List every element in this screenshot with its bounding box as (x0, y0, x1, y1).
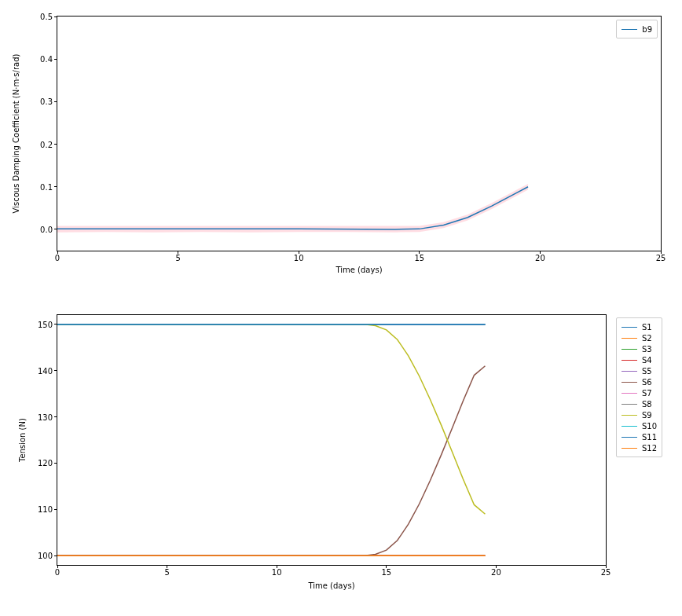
legend-entry-b9: b9 (622, 24, 652, 35)
ytick-label: 0.3 (40, 97, 53, 106)
ytick-mark (54, 463, 57, 464)
ytick-label: 0.4 (40, 55, 53, 64)
legend-label-S8: S8 (642, 400, 652, 409)
ytick-mark (54, 59, 57, 60)
legend-swatch-S11 (622, 437, 637, 438)
legend-swatch-S1 (622, 327, 637, 328)
xtick-label: 15 (414, 254, 424, 262)
legend-label-S2: S2 (642, 334, 652, 343)
xtick-label: 10 (294, 254, 304, 262)
legend-label-S10: S10 (642, 422, 657, 431)
figure: b9 05101520250.00.10.20.30.40.5 Time (da… (0, 0, 682, 616)
legend-entry-S11: S11 (622, 431, 657, 442)
legend-swatch-S5 (622, 371, 637, 372)
xtick-label: 25 (656, 254, 666, 262)
ytick-mark (54, 370, 57, 371)
ytick-label: 110 (38, 505, 53, 514)
legend-entry-S3: S3 (622, 343, 657, 354)
xtick-label: 20 (535, 254, 545, 262)
legend-swatch-S12 (622, 448, 637, 449)
legend-swatch-S2 (622, 338, 637, 339)
legend-label-S7: S7 (642, 389, 652, 398)
legend-swatch-S7 (622, 393, 637, 394)
legend-entry-S7: S7 (622, 387, 657, 398)
damping-chart: b9 05101520250.00.10.20.30.40.5 (57, 16, 662, 251)
xtick-label: 0 (55, 568, 60, 577)
ytick-label: 120 (38, 459, 53, 468)
xtick-label: 5 (164, 568, 169, 577)
ytick-label: 150 (38, 320, 53, 328)
legend-label-S9: S9 (642, 411, 652, 420)
ytick-label: 0.5 (40, 13, 53, 21)
legend-label-S4: S4 (642, 356, 652, 365)
confidence-band (57, 184, 528, 233)
xtick-label: 10 (272, 568, 282, 577)
legend-entry-S12: S12 (622, 442, 657, 453)
legend-label-S1: S1 (642, 323, 652, 332)
legend-entry-S4: S4 (622, 354, 657, 365)
ytick-mark (54, 229, 57, 229)
legend-entry-S6: S6 (622, 376, 657, 387)
series-S6 (57, 366, 485, 556)
xtick-label: 20 (491, 568, 501, 577)
tension-chart: 0510152025100110120130140150 (57, 314, 607, 566)
ytick-mark (54, 186, 57, 187)
legend-swatch-S4 (622, 360, 637, 361)
damping-plot-area (57, 16, 661, 251)
tension-xlabel: Time (days) (308, 581, 354, 590)
damping-ylabel: Viscous Damping Coefficient (N·m·s/rad) (12, 54, 20, 214)
tension-legend: S1S2S3S4S5S6S7S8S9S10S11S12 (616, 317, 662, 457)
ytick-mark (54, 416, 57, 417)
legend-label-S12: S12 (642, 444, 657, 453)
legend-label-S3: S3 (642, 345, 652, 354)
damping-legend: b9 (616, 20, 658, 38)
ytick-mark (54, 101, 57, 102)
series-S9 (57, 324, 485, 514)
ytick-mark (54, 556, 57, 556)
ytick-mark (54, 144, 57, 145)
legend-entry-S10: S10 (622, 420, 657, 431)
legend-label-S11: S11 (642, 433, 657, 442)
xtick-label: 5 (175, 254, 180, 262)
ytick-label: 0.1 (40, 182, 53, 191)
legend-label-S6: S6 (642, 378, 652, 387)
legend-swatch-S10 (622, 426, 637, 427)
legend-entry-S8: S8 (622, 398, 657, 409)
legend-label-S5: S5 (642, 367, 652, 376)
xtick-label: 0 (55, 254, 60, 262)
legend-entry-S5: S5 (622, 365, 657, 376)
ytick-label: 130 (38, 412, 53, 421)
xtick-label: 25 (601, 568, 611, 577)
tension-plot-area (57, 315, 606, 565)
legend-entry-S9: S9 (622, 409, 657, 420)
legend-swatch-S9 (622, 415, 637, 416)
xtick-label: 15 (381, 568, 391, 577)
legend-swatch-S8 (622, 404, 637, 405)
ytick-mark (54, 16, 57, 17)
ytick-label: 0.0 (40, 225, 53, 233)
legend-swatch-b9 (622, 29, 637, 30)
legend-entry-S1: S1 (622, 321, 657, 332)
legend-label-b9: b9 (642, 25, 652, 34)
ytick-mark (54, 509, 57, 510)
ytick-label: 140 (38, 366, 53, 375)
legend-entry-S2: S2 (622, 332, 657, 343)
ytick-label: 100 (38, 552, 53, 560)
tension-ylabel: Tension (N) (18, 418, 27, 462)
damping-xlabel: Time (days) (336, 266, 382, 274)
ytick-label: 0.2 (40, 140, 53, 148)
legend-swatch-S3 (622, 349, 637, 350)
ytick-mark (54, 324, 57, 324)
legend-swatch-S6 (622, 382, 637, 383)
